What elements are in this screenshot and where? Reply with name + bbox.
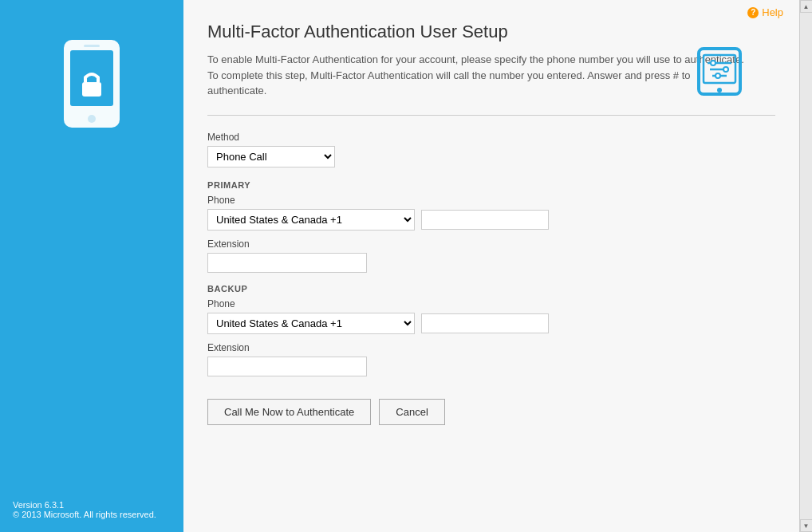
- primary-phone-input[interactable]: [421, 210, 549, 230]
- sidebar: Version 6.3.1 © 2013 Microsoft. All righ…: [0, 0, 183, 532]
- svg-rect-1: [70, 50, 113, 106]
- svg-point-11: [723, 67, 728, 72]
- help-bar: ? Help: [183, 0, 799, 22]
- svg-point-10: [711, 61, 715, 65]
- svg-point-13: [717, 88, 722, 93]
- primary-country-select[interactable]: United States & Canada +1 United Kingdom…: [207, 209, 415, 231]
- primary-extension-input[interactable]: [207, 253, 367, 273]
- version-label: Version 6.3.1: [13, 500, 171, 510]
- primary-ext-label: Extension: [207, 238, 775, 250]
- backup-ext-label: Extension: [207, 342, 775, 353]
- cancel-button[interactable]: Cancel: [379, 399, 444, 425]
- page-description: To enable Multi-Factor Authentication fo…: [207, 52, 750, 99]
- copyright-label: © 2013 Microsoft. All rights reserved.: [13, 510, 171, 519]
- primary-phone-row: United States & Canada +1 United Kingdom…: [207, 209, 775, 231]
- primary-phone-label: Phone: [207, 195, 775, 206]
- backup-label: BACKUP: [207, 284, 775, 294]
- section-divider: [207, 115, 775, 116]
- button-row: Call Me Now to Authenticate Cancel: [207, 399, 775, 425]
- svg-point-3: [88, 115, 96, 123]
- sidebar-icon-area: [0, 16, 183, 160]
- method-section: Method Phone Call Mobile App One-Time Pa…: [207, 132, 775, 167]
- phone-icon: [48, 32, 136, 136]
- help-icon: ?: [747, 7, 759, 18]
- backup-phone-row: United States & Canada +1 United Kingdom…: [207, 313, 775, 334]
- primary-section: PRIMARY Phone United States & Canada +1 …: [207, 180, 775, 273]
- backup-phone-input[interactable]: [421, 313, 549, 333]
- method-label: Method: [207, 132, 775, 143]
- page-title: Multi-Factor Authentication User Setup: [207, 22, 775, 42]
- sidebar-footer: Version 6.3.1 © 2013 Microsoft. All righ…: [0, 487, 183, 532]
- main-content: ? Help: [183, 0, 799, 532]
- method-select[interactable]: Phone Call Mobile App One-Time Password: [207, 146, 335, 167]
- svg-rect-4: [84, 45, 100, 47]
- backup-section: BACKUP Phone United States & Canada +1 U…: [207, 284, 775, 376]
- backup-extension-input[interactable]: [207, 357, 367, 376]
- scroll-up-arrow[interactable]: ▲: [800, 0, 813, 13]
- backup-phone-label: Phone: [207, 298, 775, 309]
- device-icon: [696, 45, 743, 100]
- backup-country-select[interactable]: United States & Canada +1 United Kingdom…: [207, 313, 415, 334]
- content-area: Multi-Factor Authentication User Setup T…: [183, 22, 799, 532]
- call-button[interactable]: Call Me Now to Authenticate: [207, 399, 371, 425]
- scrollbar: ▲ ▼: [799, 0, 812, 532]
- scroll-down-arrow[interactable]: ▼: [800, 519, 813, 532]
- svg-point-12: [715, 73, 720, 78]
- help-label: Help: [762, 6, 783, 18]
- help-link[interactable]: ? Help: [747, 6, 783, 18]
- primary-label: PRIMARY: [207, 180, 775, 190]
- svg-rect-2: [82, 82, 101, 97]
